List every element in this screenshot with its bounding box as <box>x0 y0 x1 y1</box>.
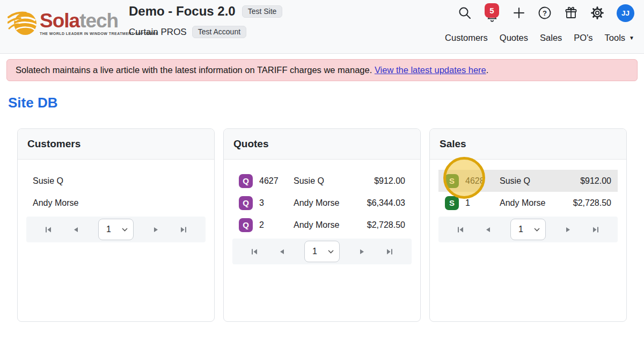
tariff-alert-banner: Solatech maintains a live article with t… <box>6 59 638 81</box>
next-page-icon[interactable] <box>150 224 161 235</box>
sale-customer: Andy Morse <box>500 198 573 208</box>
first-page-icon[interactable] <box>43 224 54 235</box>
quote-amount: $912.00 <box>374 176 405 186</box>
add-new-icon[interactable] <box>513 6 525 19</box>
banner-updates-link[interactable]: View the latest updates here <box>375 65 486 75</box>
nav-pos[interactable]: PO's <box>574 33 592 43</box>
quote-icon: Q <box>239 174 253 188</box>
quote-customer: Andy Morse <box>294 220 367 230</box>
quote-row[interactable]: Q 4627 Susie Q $912.00 <box>232 170 412 192</box>
next-page-icon[interactable] <box>356 246 367 257</box>
quote-number: 4627 <box>259 176 294 186</box>
last-page-icon[interactable] <box>384 246 395 257</box>
user-avatar[interactable]: JJ <box>617 4 634 22</box>
quote-icon: Q <box>239 218 253 232</box>
settings-gear-icon[interactable] <box>590 6 604 20</box>
sale-number: 1 <box>465 198 500 208</box>
svg-text:?: ? <box>543 9 547 17</box>
account-name: Curtain PROS <box>129 27 187 38</box>
page-number-select[interactable]: 1 <box>98 219 134 240</box>
sale-customer: Susie Q <box>500 176 580 186</box>
sales-card: Sales S 4628 Susie Q $912.00 S 1 Andy Mo… <box>429 128 627 322</box>
customer-name: Andy Morse <box>33 198 199 208</box>
next-page-icon[interactable] <box>562 224 573 235</box>
dashboard-cards: Customers Susie Q Andy Morse 1 <box>17 128 627 322</box>
quotes-pagination: 1 <box>232 239 412 264</box>
notifications-button[interactable]: 5 <box>484 3 500 23</box>
first-page-icon[interactable] <box>455 224 466 235</box>
customer-name: Susie Q <box>33 176 199 186</box>
chevron-down-icon <box>328 250 334 254</box>
quote-row[interactable]: Q 2 Andy Morse $2,728.50 <box>232 214 412 236</box>
quotes-card-title: Quotes <box>224 129 420 160</box>
chevron-down-icon: ▼ <box>629 35 634 41</box>
test-site-badge: Test Site <box>242 5 283 18</box>
last-page-icon[interactable] <box>178 224 189 235</box>
first-page-icon[interactable] <box>249 246 260 257</box>
solatech-swirl-icon <box>8 6 39 42</box>
main-nav: Customers Quotes Sales PO's Tools▼ <box>445 33 634 43</box>
customers-pagination: 1 <box>26 217 206 242</box>
test-account-badge: Test Account <box>192 26 246 38</box>
nav-customers[interactable]: Customers <box>445 33 488 43</box>
site-title: Demo - Focus 2.0 <box>129 4 236 19</box>
app-header: Solatech THE WORLD LEADER IN WINDOW TREA… <box>0 0 644 54</box>
help-icon[interactable]: ? <box>538 6 552 20</box>
nav-sales[interactable]: Sales <box>540 33 562 43</box>
previous-page-icon[interactable] <box>71 224 82 235</box>
page-title: Site DB <box>8 95 644 111</box>
customer-row[interactable]: Andy Morse <box>26 192 206 214</box>
sale-amount: $912.00 <box>580 176 611 186</box>
utility-icon-bar: 5 ? <box>458 3 634 23</box>
chevron-down-icon <box>534 228 540 232</box>
sale-row[interactable]: S 1 Andy Morse $2,728.50 <box>438 192 618 214</box>
page-number-select[interactable]: 1 <box>510 219 546 240</box>
sales-card-title: Sales <box>430 129 626 160</box>
notification-count-badge: 5 <box>485 3 499 18</box>
page-number-select[interactable]: 1 <box>304 241 340 262</box>
nav-quotes[interactable]: Quotes <box>500 33 528 43</box>
quote-amount: $2,728.50 <box>367 220 405 230</box>
sales-pagination: 1 <box>438 217 618 242</box>
quote-number: 3 <box>259 198 294 208</box>
sale-icon: S <box>445 196 459 210</box>
customer-row[interactable]: Susie Q <box>26 170 206 192</box>
nav-tools[interactable]: Tools▼ <box>605 33 634 43</box>
last-page-icon[interactable] <box>590 224 601 235</box>
quote-row[interactable]: Q 3 Andy Morse $6,344.03 <box>232 192 412 214</box>
quote-customer: Susie Q <box>294 176 374 186</box>
chevron-down-icon <box>122 228 128 232</box>
sale-icon: S <box>445 174 459 188</box>
quote-number: 2 <box>259 220 294 230</box>
sale-row[interactable]: S 4628 Susie Q $912.00 <box>438 170 618 192</box>
previous-page-icon[interactable] <box>483 224 494 235</box>
quotes-card: Quotes Q 4627 Susie Q $912.00 Q 3 Andy M… <box>223 128 421 322</box>
gift-icon[interactable] <box>564 6 578 20</box>
quote-icon: Q <box>239 196 253 210</box>
quote-customer: Andy Morse <box>294 198 367 208</box>
previous-page-icon[interactable] <box>277 246 288 257</box>
search-icon[interactable] <box>458 6 472 20</box>
customers-card-title: Customers <box>18 129 214 160</box>
quote-amount: $6,344.03 <box>367 198 405 208</box>
sale-number: 4628 <box>465 176 500 186</box>
site-title-area: Demo - Focus 2.0 Test Site Curtain PROS … <box>129 4 282 38</box>
sale-amount: $2,728.50 <box>573 198 611 208</box>
banner-text: Solatech maintains a live article with t… <box>16 65 375 75</box>
customers-card: Customers Susie Q Andy Morse 1 <box>17 128 215 322</box>
